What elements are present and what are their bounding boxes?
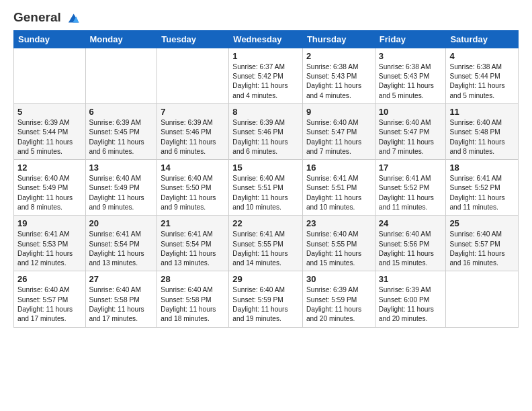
day-info: Sunrise: 6:39 AM Sunset: 5:59 PM Dayligh… [306,285,371,324]
day-info: Sunrise: 6:38 AM Sunset: 5:43 PM Dayligh… [306,62,371,101]
day-number: 20 [89,218,154,228]
day-info: Sunrise: 6:40 AM Sunset: 5:59 PM Dayligh… [232,285,299,324]
day-number: 18 [449,163,515,173]
day-cell: 8Sunrise: 6:39 AM Sunset: 5:46 PM Daylig… [229,104,303,160]
day-cell: 23Sunrise: 6:40 AM Sunset: 5:55 PM Dayli… [302,216,375,271]
day-cell: 4Sunrise: 6:38 AM Sunset: 5:44 PM Daylig… [446,48,519,103]
week-row-0: 1Sunrise: 6:37 AM Sunset: 5:42 PM Daylig… [14,48,519,103]
day-info: Sunrise: 6:40 AM Sunset: 5:48 PM Dayligh… [449,118,515,156]
day-cell: 10Sunrise: 6:40 AM Sunset: 5:47 PM Dayli… [375,104,446,160]
day-number: 17 [379,163,443,173]
day-info: Sunrise: 6:38 AM Sunset: 5:43 PM Dayligh… [379,62,443,101]
logo-text: General [13,11,81,25]
day-number: 11 [449,107,515,117]
day-number: 28 [161,274,225,284]
day-cell: 13Sunrise: 6:40 AM Sunset: 5:49 PM Dayli… [85,160,157,216]
day-number: 22 [232,218,299,228]
day-cell: 25Sunrise: 6:40 AM Sunset: 5:57 PM Dayli… [446,216,519,271]
weekday-monday: Monday [85,30,157,48]
day-info: Sunrise: 6:40 AM Sunset: 5:47 PM Dayligh… [379,118,443,156]
day-info: Sunrise: 6:41 AM Sunset: 5:54 PM Dayligh… [89,230,154,268]
day-number: 8 [232,107,299,117]
weekday-wednesday: Wednesday [229,30,303,48]
day-info: Sunrise: 6:40 AM Sunset: 5:49 PM Dayligh… [17,174,82,212]
day-cell: 27Sunrise: 6:40 AM Sunset: 5:58 PM Dayli… [85,271,157,327]
day-number: 26 [17,274,82,284]
page: General SundayMondayTuesdayWednesdayThur… [0,0,532,411]
day-cell: 26Sunrise: 6:40 AM Sunset: 5:57 PM Dayli… [14,271,86,327]
day-cell: 17Sunrise: 6:41 AM Sunset: 5:52 PM Dayli… [375,160,446,216]
day-number: 6 [89,107,154,117]
day-cell [446,271,519,327]
day-info: Sunrise: 6:40 AM Sunset: 5:56 PM Dayligh… [379,230,443,268]
weekday-saturday: Saturday [446,30,519,48]
day-info: Sunrise: 6:38 AM Sunset: 5:44 PM Dayligh… [449,62,515,101]
day-cell [157,48,229,103]
day-info: Sunrise: 6:37 AM Sunset: 5:42 PM Dayligh… [232,62,299,101]
day-cell: 22Sunrise: 6:41 AM Sunset: 5:55 PM Dayli… [229,216,303,271]
header: General [13,11,519,24]
day-number: 16 [306,163,371,173]
day-cell: 18Sunrise: 6:41 AM Sunset: 5:52 PM Dayli… [446,160,519,216]
day-number: 19 [17,218,82,228]
day-info: Sunrise: 6:40 AM Sunset: 5:47 PM Dayligh… [306,118,371,156]
day-info: Sunrise: 6:41 AM Sunset: 5:54 PM Dayligh… [161,230,225,268]
day-number: 14 [161,163,225,173]
day-cell: 11Sunrise: 6:40 AM Sunset: 5:48 PM Dayli… [446,104,519,160]
day-number: 12 [17,163,82,173]
day-info: Sunrise: 6:39 AM Sunset: 6:00 PM Dayligh… [379,285,443,324]
day-cell [85,48,157,103]
day-number: 9 [306,107,371,117]
day-cell: 20Sunrise: 6:41 AM Sunset: 5:54 PM Dayli… [85,216,157,271]
day-info: Sunrise: 6:39 AM Sunset: 5:44 PM Dayligh… [17,118,82,156]
week-row-3: 19Sunrise: 6:41 AM Sunset: 5:53 PM Dayli… [14,216,519,271]
day-cell: 31Sunrise: 6:39 AM Sunset: 6:00 PM Dayli… [375,271,446,327]
day-info: Sunrise: 6:40 AM Sunset: 5:58 PM Dayligh… [161,285,225,324]
logo-icon [66,12,81,24]
day-number: 4 [449,51,515,61]
day-info: Sunrise: 6:40 AM Sunset: 5:50 PM Dayligh… [161,174,225,212]
weekday-thursday: Thursday [302,30,375,48]
day-cell: 21Sunrise: 6:41 AM Sunset: 5:54 PM Dayli… [157,216,229,271]
weekday-tuesday: Tuesday [157,30,229,48]
day-number: 25 [449,218,515,228]
day-number: 29 [232,274,299,284]
day-info: Sunrise: 6:40 AM Sunset: 5:55 PM Dayligh… [306,230,371,268]
day-cell: 14Sunrise: 6:40 AM Sunset: 5:50 PM Dayli… [157,160,229,216]
day-cell: 1Sunrise: 6:37 AM Sunset: 5:42 PM Daylig… [229,48,303,103]
weekday-header-row: SundayMondayTuesdayWednesdayThursdayFrid… [14,30,519,48]
day-info: Sunrise: 6:39 AM Sunset: 5:45 PM Dayligh… [89,118,154,156]
day-info: Sunrise: 6:41 AM Sunset: 5:53 PM Dayligh… [17,230,82,268]
day-number: 15 [232,163,299,173]
day-cell: 3Sunrise: 6:38 AM Sunset: 5:43 PM Daylig… [375,48,446,103]
day-info: Sunrise: 6:41 AM Sunset: 5:52 PM Dayligh… [449,174,515,212]
day-number: 7 [161,107,225,117]
day-number: 5 [17,107,82,117]
day-number: 24 [379,218,443,228]
day-info: Sunrise: 6:41 AM Sunset: 5:51 PM Dayligh… [306,174,371,212]
day-cell: 5Sunrise: 6:39 AM Sunset: 5:44 PM Daylig… [14,104,86,160]
day-cell: 24Sunrise: 6:40 AM Sunset: 5:56 PM Dayli… [375,216,446,271]
day-info: Sunrise: 6:41 AM Sunset: 5:52 PM Dayligh… [379,174,443,212]
week-row-4: 26Sunrise: 6:40 AM Sunset: 5:57 PM Dayli… [14,271,519,327]
day-info: Sunrise: 6:40 AM Sunset: 5:57 PM Dayligh… [449,230,515,268]
day-number: 21 [161,218,225,228]
day-cell: 6Sunrise: 6:39 AM Sunset: 5:45 PM Daylig… [85,104,157,160]
logo: General [13,11,81,24]
day-info: Sunrise: 6:39 AM Sunset: 5:46 PM Dayligh… [232,118,299,156]
day-number: 2 [306,51,371,61]
day-cell: 28Sunrise: 6:40 AM Sunset: 5:58 PM Dayli… [157,271,229,327]
day-cell: 2Sunrise: 6:38 AM Sunset: 5:43 PM Daylig… [302,48,375,103]
day-info: Sunrise: 6:40 AM Sunset: 5:58 PM Dayligh… [89,285,154,324]
weekday-sunday: Sunday [14,30,86,48]
day-number: 3 [379,51,443,61]
week-row-1: 5Sunrise: 6:39 AM Sunset: 5:44 PM Daylig… [14,104,519,160]
day-number: 10 [379,107,443,117]
day-info: Sunrise: 6:41 AM Sunset: 5:55 PM Dayligh… [232,230,299,268]
day-info: Sunrise: 6:40 AM Sunset: 5:51 PM Dayligh… [232,174,299,212]
day-cell: 29Sunrise: 6:40 AM Sunset: 5:59 PM Dayli… [229,271,303,327]
calendar: SundayMondayTuesdayWednesdayThursdayFrid… [13,30,519,328]
day-info: Sunrise: 6:39 AM Sunset: 5:46 PM Dayligh… [161,118,225,156]
day-cell: 7Sunrise: 6:39 AM Sunset: 5:46 PM Daylig… [157,104,229,160]
day-cell [14,48,86,103]
